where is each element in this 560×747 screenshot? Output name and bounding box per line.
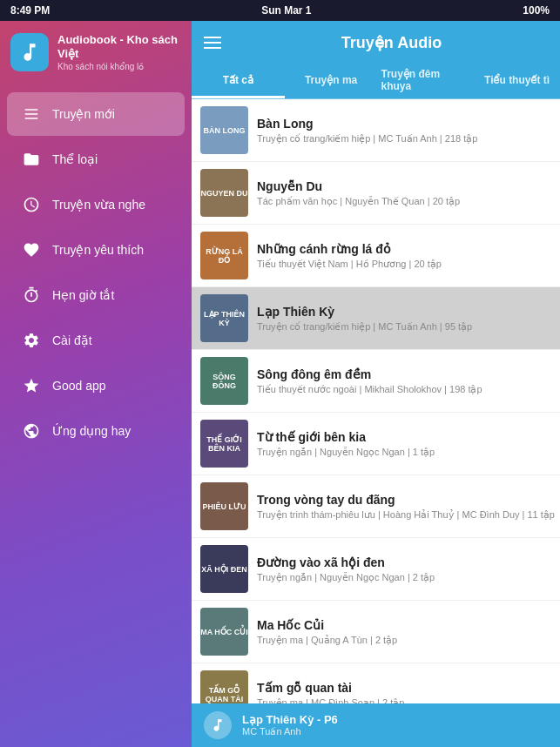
player-icon [204,711,232,739]
sidebar-item-label-hen-gio-tat: Hẹn giờ tắt [52,288,114,302]
book-thumbnail: MA HỐC CỦI [200,608,248,656]
status-day: Sun Mar 1 [261,4,311,17]
book-meta: Truyện cổ trang/kiếm hiệp | MC Tuấn Anh … [257,133,555,145]
book-meta: Tiểu thuyết Việt Nam | Hồ Phương | 20 tậ… [257,259,555,270]
book-thumb-bg: TẤM GỖ QUAN TÀI [200,670,248,703]
book-meta: Truyện ngắn | Nguyễn Ngọc Ngan | 1 tập [257,447,555,458]
book-thumbnail: RỪNG LÁ ĐỎ [200,232,248,279]
svg-rect-0 [25,109,38,111]
book-info: Ma Hốc CủiTruyện ma | Quảng A Tùn | 2 tậ… [257,618,555,646]
sidebar-nav: Truyện mới Thể loại Truyện vừa nghe [0,84,192,747]
sidebar-header-text: Audiobook - Kho sách Việt Kho sách nói k… [57,33,181,71]
sidebar-item-ung-dung-hay[interactable]: Ứng dụng hay [7,409,185,453]
sidebar-item-hen-gio-tat[interactable]: Hẹn giờ tắt [7,273,185,317]
sidebar-item-label-ung-dung-hay: Ứng dụng hay [52,424,131,438]
status-battery: 100% [523,4,550,17]
book-thumb-bg: MA HỐC CỦI [200,608,248,656]
folder-icon [21,149,42,170]
book-item[interactable]: THẾ GIỚI BÊN KIATừ thế giới bên kiaTruyệ… [192,413,560,475]
book-title: Những cánh rừng lá đỏ [257,242,555,256]
book-info: Đường vào xã hội đenTruyện ngắn | Nguyễn… [257,555,555,583]
sidebar-item-truyen-vua-nghe[interactable]: Truyện vừa nghe [7,183,185,226]
book-list: BÀN LONGBàn LongTruyện cổ trang/kiếm hiệ… [192,99,560,703]
book-meta: Truyện ngắn | Nguyễn Ngọc Ngan | 2 tập [257,572,555,583]
clock-icon [21,194,42,215]
sidebar-item-truyen-yeu-thich[interactable]: Truyện yêu thích [7,228,185,272]
tab-tat-ca[interactable]: Tất cả [192,64,285,98]
book-thumb-bg: BÀN LONG [200,106,248,154]
sidebar: Audiobook - Kho sách Việt Kho sách nói k… [0,21,192,747]
book-item[interactable]: SÔNG ĐÔNGSông đông êm đềmTiểu thuyết nướ… [192,350,560,413]
book-thumb-bg: NGUYEN DU [200,169,248,217]
sidebar-item-label-truyen-moi: Truyện mới [52,107,115,121]
list-icon [21,104,42,124]
app-icon [10,33,49,71]
book-info: Nguyễn DuTác phẩm văn học | Nguyễn Thế Q… [257,179,555,207]
book-meta: Tiểu thuyết nước ngoài | Mikhail Sholokh… [257,384,555,395]
book-thumbnail: SÔNG ĐÔNG [200,357,248,405]
book-item[interactable]: TẤM GỖ QUAN TÀITấm gỗ quan tàiTruyện ma … [192,663,560,703]
sidebar-item-truyen-moi[interactable]: Truyện mới [7,92,185,136]
book-item[interactable]: MA HỐC CỦIMa Hốc CủiTruyện ma | Quảng A … [192,601,560,663]
sidebar-app-title: Audiobook - Kho sách Việt [57,33,181,60]
book-title: Tấm gỗ quan tài [257,681,555,695]
music-icon [18,41,41,64]
book-title: Trong vòng tay du đãng [257,493,555,507]
book-title: Từ thế giới bên kia [257,430,555,444]
book-item[interactable]: XÃ HỘI ĐENĐường vào xã hội đenTruyện ngắ… [192,538,560,601]
book-info: Trong vòng tay du đãngTruyện trinh thám-… [257,493,555,521]
settings-icon [21,330,42,351]
content-area: Truyện Audio Tất cả Truyện ma Truyện đêm… [192,21,560,747]
book-thumbnail: LẠP THIÊN KỲ [200,294,248,342]
book-thumb-bg: RỪNG LÁ ĐỎ [200,232,248,279]
book-item[interactable]: RỪNG LÁ ĐỎNhững cánh rừng lá đỏTiểu thuy… [192,225,560,287]
book-meta: Truyện trinh thám-phiêu lưu | Hoàng Hải … [257,509,555,521]
tab-truyen-dem-khuya[interactable]: Truyện đêm khuya [377,64,470,98]
tab-truyen-ma[interactable]: Truyện ma [285,64,378,98]
sidebar-item-the-loai[interactable]: Thể loại [7,138,185,181]
apps-icon [21,421,42,441]
book-info: Tấm gỗ quan tàiTruyện ma | MC Đình Soạn … [257,681,555,704]
player-info: Lạp Thiên Kỳ - P6 MC Tuấn Anh [242,713,551,737]
sidebar-item-good-app[interactable]: Good app [7,364,185,407]
player-title: Lạp Thiên Kỳ - P6 [242,713,551,726]
book-thumbnail: XÃ HỘI ĐEN [200,545,248,593]
book-info: Những cánh rừng lá đỏTiểu thuyết Việt Na… [257,242,555,270]
book-title: Đường vào xã hội đen [257,555,555,569]
star-icon [21,375,42,396]
sidebar-item-label-good-app: Good app [52,379,106,393]
book-thumb-bg: LẠP THIÊN KỲ [200,294,248,342]
book-item[interactable]: BÀN LONGBàn LongTruyện cổ trang/kiếm hiệ… [192,99,560,162]
book-item[interactable]: LẠP THIÊN KỲLạp Thiên KỳTruyện cổ trang/… [192,287,560,350]
sidebar-item-label-truyen-yeu-thich: Truyện yêu thích [52,243,144,257]
hamburger-button[interactable] [204,37,221,49]
sidebar-item-label-cai-dat: Cài đặt [52,333,92,347]
sidebar-item-label-truyen-vua-nghe: Truyện vừa nghe [52,198,145,212]
tab-tieu-thuyet[interactable]: Tiểu thuyết tì [470,64,560,98]
status-bar: 8:49 PM Sun Mar 1 100% [0,0,560,21]
book-meta: Tác phẩm văn học | Nguyễn Thế Quan | 20 … [257,196,555,207]
sidebar-item-cai-dat[interactable]: Cài đặt [7,319,185,362]
sidebar-item-label-the-loai: Thể loại [52,152,98,166]
sidebar-header: Audiobook - Kho sách Việt Kho sách nói k… [0,21,192,84]
book-title: Nguyễn Du [257,179,555,193]
svg-rect-2 [25,118,38,119]
book-thumbnail: THẾ GIỚI BÊN KIA [200,420,248,468]
book-info: Sông đông êm đềmTiểu thuyết nước ngoài |… [257,367,555,395]
sidebar-app-subtitle: Kho sách nói khổng lồ [57,62,181,71]
timer-icon [21,285,42,306]
book-info: Bàn LongTruyện cổ trang/kiếm hiệp | MC T… [257,117,555,145]
book-thumb-bg: THẾ GIỚI BÊN KIA [200,420,248,468]
book-thumb-bg: XÃ HỘI ĐEN [200,545,248,593]
book-item[interactable]: NGUYEN DUNguyễn DuTác phẩm văn học | Ngu… [192,162,560,225]
top-bar-title: Truyện Audio [232,33,551,52]
book-thumb-bg: PHIÊU LƯU [200,482,248,530]
book-meta: Truyện ma | Quảng A Tùn | 2 tập [257,635,555,646]
top-bar: Truyện Audio [192,21,560,64]
book-info: Lạp Thiên KỳTruyện cổ trang/kiếm hiệp | … [257,305,555,333]
status-time: 8:49 PM [10,4,50,17]
bottom-player[interactable]: Lạp Thiên Kỳ - P6 MC Tuấn Anh [192,703,560,747]
book-info: Từ thế giới bên kiaTruyện ngắn | Nguyễn … [257,430,555,458]
book-thumbnail: BÀN LONG [200,106,248,154]
book-item[interactable]: PHIÊU LƯUTrong vòng tay du đãngTruyện tr… [192,475,560,538]
